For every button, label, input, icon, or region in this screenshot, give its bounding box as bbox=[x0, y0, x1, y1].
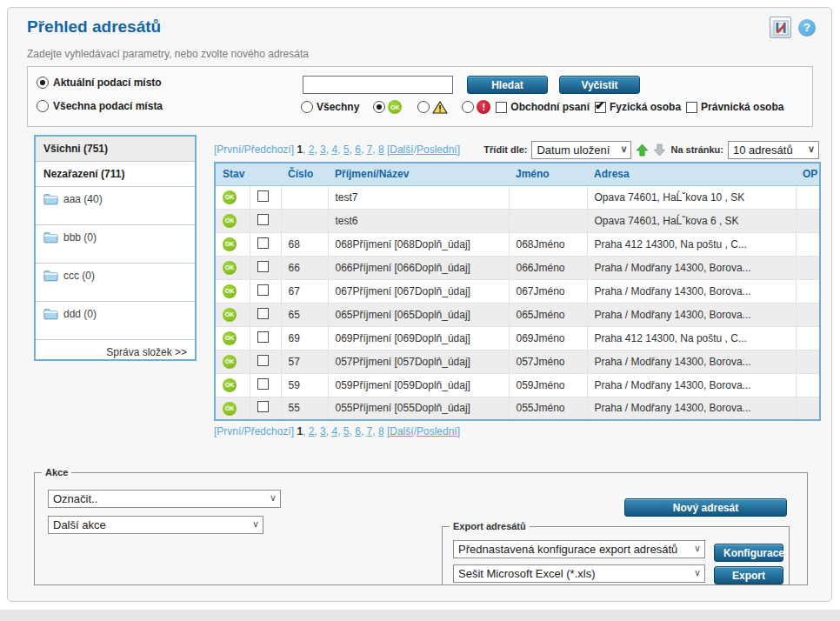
radio-all-places[interactable]: Všechna podací místa bbox=[37, 100, 163, 112]
error-icon: ! bbox=[477, 100, 490, 114]
pagination-page-link[interactable]: 5 bbox=[343, 425, 350, 437]
cell-address: Praha 412 14300, Na poštu , C... bbox=[587, 232, 796, 256]
status-radio-all[interactable] bbox=[301, 101, 313, 113]
row-checkbox[interactable] bbox=[257, 401, 269, 412]
more-actions-select[interactable]: Další akce bbox=[49, 517, 263, 533]
search-input[interactable] bbox=[303, 76, 453, 94]
cell-op bbox=[796, 397, 820, 420]
export-format-select-wrap: Sešit Microsoft Excel (*.xls) ∨ bbox=[453, 564, 705, 583]
pagination-separator: , bbox=[372, 144, 378, 156]
pagination-page-link[interactable]: 5 bbox=[343, 144, 350, 156]
pagination-page-link[interactable]: 3 bbox=[320, 144, 326, 156]
sidebar-folder-item[interactable]: bbb (0) bbox=[36, 225, 195, 264]
pagination-page-link[interactable]: 8 bbox=[378, 425, 384, 437]
search-button[interactable]: Hledat bbox=[467, 76, 548, 94]
cell-op bbox=[796, 373, 820, 397]
row-checkbox[interactable] bbox=[257, 261, 269, 272]
per-page-label: Na stránku: bbox=[670, 144, 723, 155]
checkbox-business[interactable] bbox=[496, 102, 507, 113]
pagination-page-link[interactable]: 6 bbox=[355, 144, 361, 156]
row-checkbox[interactable] bbox=[257, 331, 269, 343]
sort-select[interactable]: Datum uložení bbox=[532, 142, 630, 158]
radio-current-place-input[interactable] bbox=[37, 77, 49, 89]
sidebar-folder-item[interactable]: ddd (0) bbox=[36, 302, 195, 340]
more-actions-select-wrap: Další akce ∨ bbox=[48, 516, 263, 534]
export-config-select[interactable]: Přednastavená konfigurace export adresát… bbox=[454, 541, 704, 558]
cell-number: 59 bbox=[281, 373, 328, 397]
mark-select[interactable]: Označit.. bbox=[49, 491, 280, 507]
pagination-separator: , bbox=[303, 425, 309, 437]
configuration-button[interactable]: Konfigurace bbox=[714, 544, 783, 562]
sidebar-folder-item[interactable]: aaa (40) bbox=[36, 187, 195, 225]
sidebar-item-unassigned[interactable]: Nezařazení (711) bbox=[36, 162, 195, 187]
radio-all-places-input[interactable] bbox=[37, 100, 49, 112]
radio-current-place[interactable]: Aktuální podací místo bbox=[37, 77, 162, 89]
manage-folders-link[interactable]: Správa složek >> bbox=[36, 340, 195, 364]
export-format-select[interactable]: Sešit Microsoft Excel (*.xls) bbox=[454, 565, 704, 582]
table-row: OKtest6Opava 74601, HaĹˇkova 6 , SK bbox=[215, 209, 820, 232]
row-status-ok-icon: OK bbox=[223, 261, 237, 275]
col-header-select bbox=[250, 163, 281, 185]
save-button[interactable] bbox=[770, 17, 791, 38]
table-row: OK66066Příjmení [066Doplň_údaj]066JménoP… bbox=[215, 256, 820, 279]
checkbox-legal-label: Právnická osoba bbox=[701, 101, 783, 113]
row-status-ok-icon: OK bbox=[223, 214, 237, 228]
window-bottom-edge bbox=[0, 610, 840, 621]
table-body: OKtest7Opava 74601, HaĹˇkova 10 , SKOKte… bbox=[215, 185, 820, 420]
cell-surname: test7 bbox=[328, 185, 509, 209]
checkbox-legal[interactable] bbox=[686, 102, 697, 113]
clear-button[interactable]: Vyčistit bbox=[559, 76, 640, 94]
row-status-ok-icon: OK bbox=[223, 190, 237, 204]
status-radio-warning[interactable] bbox=[417, 101, 430, 113]
pagination-last-link[interactable]: Poslední bbox=[417, 144, 457, 156]
cell-number: 69 bbox=[281, 326, 328, 350]
table-row: OKtest7Opava 74601, HaĹˇkova 10 , SK bbox=[215, 185, 820, 209]
new-addressee-button[interactable]: Nový adresát bbox=[624, 498, 787, 517]
row-checkbox[interactable] bbox=[257, 308, 269, 319]
row-status-ok-icon: OK bbox=[223, 331, 237, 345]
pagination-page-link[interactable]: 3 bbox=[320, 425, 326, 437]
pagination-next-link[interactable]: Další bbox=[390, 144, 413, 156]
row-checkbox[interactable] bbox=[257, 214, 269, 225]
pagination: [První/Předchozí] 1, 2, 3, 4, 5, 6, 7, 8… bbox=[214, 144, 460, 156]
search-panel: Aktuální podací místo Všechna podací mís… bbox=[27, 66, 813, 127]
page-subtitle: Zadejte vyhledávací parametry, nebo zvol… bbox=[27, 48, 309, 60]
sort-desc-icon[interactable] bbox=[653, 144, 666, 157]
export-button[interactable]: Export bbox=[714, 566, 783, 584]
folder-label: ddd (0) bbox=[63, 308, 97, 320]
status-radio-error[interactable] bbox=[462, 101, 474, 113]
pagination-next-link[interactable]: Další bbox=[390, 425, 413, 437]
row-checkbox[interactable] bbox=[257, 237, 269, 249]
pagination-page-link[interactable]: 6 bbox=[355, 425, 361, 437]
table-row: OK57057Příjmení [057Doplň_údaj]057JménoP… bbox=[215, 350, 820, 373]
results-area: [První/Předchozí] 1, 2, 3, 4, 5, 6, 7, 8… bbox=[214, 140, 819, 437]
sort-asc-icon[interactable] bbox=[636, 144, 649, 157]
sidebar-item-all[interactable]: Všichni (751) bbox=[36, 137, 195, 162]
row-checkbox[interactable] bbox=[257, 378, 269, 390]
cell-surname: 069Příjmení [069Doplň_údaj] bbox=[328, 326, 509, 350]
per-page-select[interactable]: 10 adresátů bbox=[729, 142, 818, 158]
col-header-status: Stav bbox=[215, 163, 250, 185]
row-checkbox[interactable] bbox=[257, 190, 269, 202]
table-row: OK68068Příjmení [068Doplň_údaj]068JménoP… bbox=[215, 232, 820, 256]
checkbox-physical[interactable] bbox=[595, 102, 606, 113]
sidebar-folder-item[interactable]: ccc (0) bbox=[36, 264, 195, 302]
row-checkbox[interactable] bbox=[257, 355, 269, 366]
cell-op bbox=[796, 256, 820, 279]
row-status-ok-icon: OK bbox=[223, 237, 237, 251]
pagination-first-prev[interactable]: [První/Předchozí] bbox=[214, 144, 294, 156]
help-icon[interactable]: ? bbox=[798, 19, 816, 37]
table-row: OK65065Příjmení [065Doplň_údaj]065JménoP… bbox=[215, 303, 820, 326]
row-checkbox[interactable] bbox=[257, 284, 269, 296]
pagination-first-prev[interactable]: [První/Předchozí] bbox=[214, 425, 294, 437]
cell-name bbox=[509, 185, 587, 209]
table-row: OK59059Příjmení [059Doplň_údaj]059JménoP… bbox=[215, 373, 820, 397]
status-radio-ok[interactable] bbox=[373, 101, 385, 113]
pagination-page-link[interactable]: 8 bbox=[378, 144, 384, 156]
pagination-last-link[interactable]: Poslední bbox=[417, 425, 457, 437]
warning-icon bbox=[432, 101, 448, 114]
row-status-ok-icon: OK bbox=[223, 402, 237, 416]
cell-address: Praha / Modřany 14300, Borova... bbox=[587, 256, 796, 279]
cell-op bbox=[796, 232, 820, 256]
row-status-ok-icon: OK bbox=[223, 355, 237, 369]
